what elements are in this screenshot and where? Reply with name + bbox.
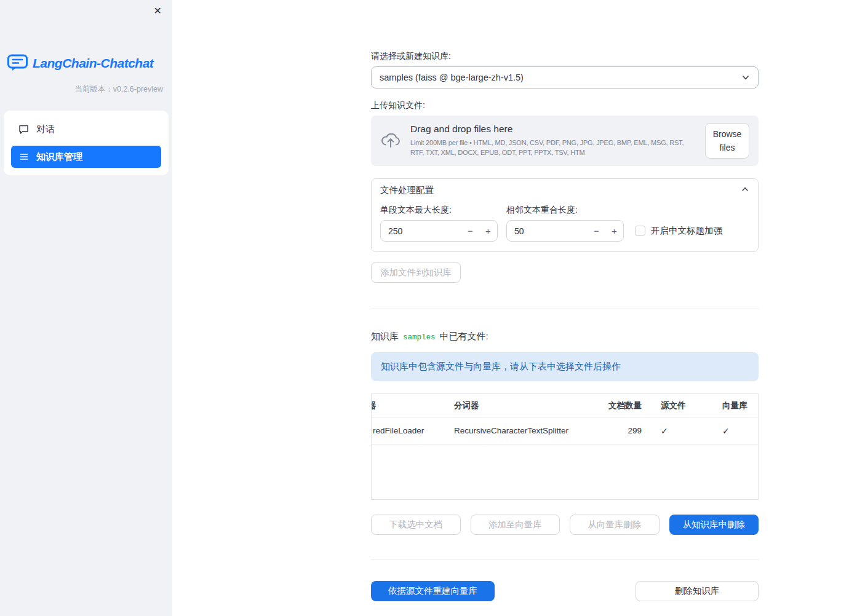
sidebar-item-dialogue[interactable]: 对话 — [11, 118, 161, 140]
close-icon: ✕ — [154, 6, 162, 16]
table-header-loader: 器 — [372, 400, 443, 411]
overlap-size-input[interactable]: 50 − + — [506, 220, 624, 242]
existing-files-heading: 知识库 samples 中已有文件: — [371, 331, 759, 342]
sidebar-menu: 对话 知识库管理 — [4, 111, 169, 175]
delete-from-kb-button[interactable]: 从知识库中删除 — [669, 515, 759, 535]
zh-title-checkbox-row[interactable]: 开启中文标题加强 — [635, 220, 749, 242]
upload-label: 上传知识文件: — [371, 100, 759, 111]
menu-item-label: 知识库管理 — [36, 151, 82, 163]
cell-loader: redFileLoader — [372, 426, 443, 435]
dropzone-hint: Limit 200MB per file • HTML, MD, JSON, C… — [410, 138, 696, 157]
chunk-size-value: 250 — [381, 226, 461, 236]
zh-title-checkbox-label: 开启中文标题加强 — [651, 225, 722, 237]
add-files-button[interactable]: 添加文件到知识库 — [371, 262, 461, 283]
add-to-vectorstore-button[interactable]: 添加至向量库 — [471, 515, 560, 535]
kb-action-buttons: 依据源文件重建向量库 删除知识库 — [371, 581, 759, 601]
existing-files-prefix: 知识库 — [371, 331, 399, 342]
cell-doc-count: 299 — [583, 426, 650, 435]
table-header-source-file: 源文件 — [650, 400, 711, 411]
cell-source-file-check: ✓ — [650, 426, 711, 436]
file-dropzone[interactable]: Drag and drop files here Limit 200MB per… — [371, 116, 759, 166]
overlap-size-value: 50 — [507, 226, 588, 236]
file-action-buttons: 下载选中文档 添加至向量库 从向量库删除 从知识库中删除 — [371, 515, 759, 535]
expander-header[interactable]: 文件处理配置 — [372, 179, 758, 201]
divider — [371, 309, 759, 309]
table-header-doc-count: 文档数量 — [583, 400, 650, 411]
expander-title: 文件处理配置 — [380, 184, 434, 196]
sidebar-close-button[interactable]: ✕ — [153, 5, 163, 17]
kb-name-code: samples — [403, 333, 436, 342]
dropzone-title: Drag and drop files here — [410, 124, 696, 135]
logo-text: LangChain-Chatchat — [33, 56, 153, 71]
content-column: 请选择或新建知识库: samples (faiss @ bge-large-zh… — [371, 51, 759, 601]
minus-icon[interactable]: − — [588, 221, 605, 241]
app: ✕ LangChain-Chatchat 当前版本：v0.2.6-preview — [0, 0, 849, 616]
overlap-size-field: 相邻文本重合长度: 50 − + — [506, 205, 624, 242]
plus-icon[interactable]: + — [605, 221, 623, 241]
files-table: 器 分词器 文档数量 源文件 向量库 redFileLoader Recursi… — [371, 393, 759, 500]
rebuild-vectorstore-button[interactable]: 依据源文件重建向量库 — [371, 581, 495, 601]
list-icon — [18, 152, 29, 162]
delete-from-vectorstore-button[interactable]: 从向量库删除 — [570, 515, 660, 535]
table-header-row: 器 分词器 文档数量 源文件 向量库 — [372, 394, 758, 417]
overlap-size-label: 相邻文本重合长度: — [506, 205, 624, 215]
kb-selectbox[interactable]: samples (faiss @ bge-large-zh-v1.5) — [371, 66, 759, 89]
table-header-splitter: 分词器 — [443, 400, 583, 411]
main-content: 请选择或新建知识库: samples (faiss @ bge-large-zh… — [172, 0, 849, 616]
kb-select-label: 请选择或新建知识库: — [371, 51, 759, 62]
zh-title-field: 开启中文标题加强 — [635, 205, 749, 242]
chevron-down-icon — [741, 73, 750, 82]
app-logo: LangChain-Chatchat — [0, 53, 172, 74]
checkbox-unchecked-icon[interactable] — [635, 226, 645, 236]
file-config-expander: 文件处理配置 单段文本最大长度: 250 − + — [371, 178, 759, 252]
table-row[interactable]: redFileLoader RecursiveCharacterTextSpli… — [372, 417, 758, 444]
menu-item-label: 对话 — [36, 124, 55, 135]
download-selected-button[interactable]: 下载选中文档 — [371, 515, 461, 535]
chat-icon — [18, 124, 29, 135]
existing-files-suffix: 中已有文件: — [440, 331, 488, 342]
divider — [371, 559, 759, 559]
browse-files-button[interactable]: Browse files — [705, 123, 749, 159]
expander-body: 单段文本最大长度: 250 − + 相邻文本重合长度: 50 − + — [372, 201, 758, 251]
cell-splitter: RecursiveCharacterTextSplitter — [443, 426, 583, 435]
dropzone-text: Drag and drop files here Limit 200MB per… — [410, 124, 696, 157]
kb-select-value: samples (faiss @ bge-large-zh-v1.5) — [380, 73, 524, 82]
table-header-vector-store: 向量库 — [711, 400, 758, 411]
cell-vector-store-check: ✓ — [711, 426, 758, 436]
chunk-size-field: 单段文本最大长度: 250 − + — [380, 205, 498, 242]
minus-icon[interactable]: − — [461, 221, 479, 241]
delete-kb-button[interactable]: 删除知识库 — [636, 581, 759, 601]
sidebar: ✕ LangChain-Chatchat 当前版本：v0.2.6-preview — [0, 0, 172, 616]
logo-chat-icon — [7, 53, 28, 74]
chunk-size-label: 单段文本最大长度: — [380, 205, 498, 215]
chevron-up-icon — [741, 185, 749, 195]
upload-cloud-icon — [380, 132, 401, 151]
sidebar-item-kb-management[interactable]: 知识库管理 — [11, 146, 161, 168]
chunk-size-input[interactable]: 250 − + — [380, 220, 498, 242]
plus-icon[interactable]: + — [479, 221, 497, 241]
version-label: 当前版本：v0.2.6-preview — [0, 84, 172, 95]
info-alert: 知识库中包含源文件与向量库，请从下表中选择文件后操作 — [371, 352, 759, 381]
